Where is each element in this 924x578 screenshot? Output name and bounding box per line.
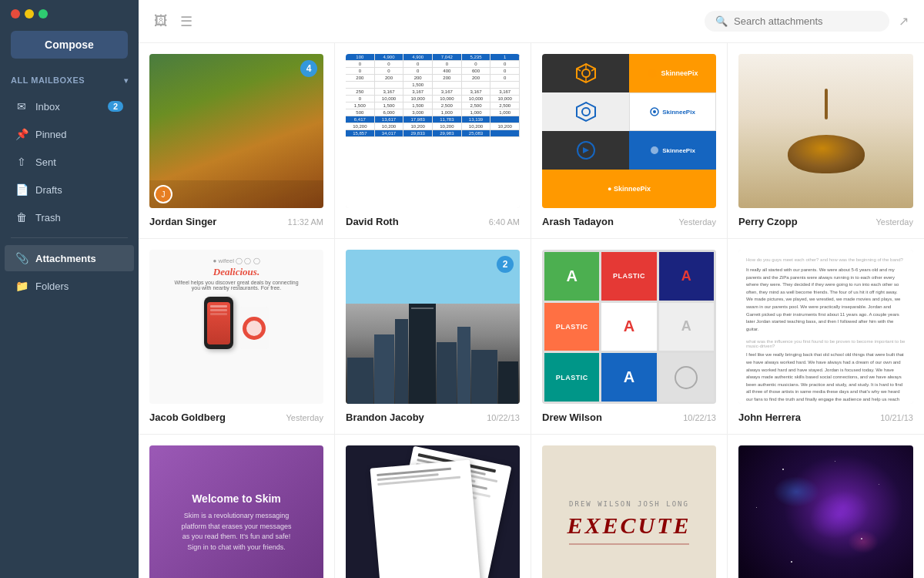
skim-title: Welcome to Skim xyxy=(192,492,281,505)
attachment-cell-drew-wilson[interactable]: A PLASTIC A PLASTIC A A PLASTIC A xyxy=(531,239,728,435)
sidebar-item-label: Attachments xyxy=(35,253,96,264)
attachment-meta: Perry Czopp Yesterday xyxy=(738,216,913,227)
svg-point-0 xyxy=(582,69,590,77)
sent-icon: ⇧ xyxy=(15,156,28,168)
sidebar-item-attachments[interactable]: 📎 Attachments xyxy=(5,245,134,271)
sidebar-item-label: Sent xyxy=(35,156,56,168)
svg-point-5 xyxy=(648,69,657,78)
time-label: Yesterday xyxy=(678,217,716,227)
sidebar-item-pinned[interactable]: 📌 Pinned xyxy=(5,121,134,147)
folder-icon: 📁 xyxy=(15,280,28,292)
chevron-down-icon: ▾ xyxy=(124,76,129,85)
toolbar: 🖼 ☰ 🔍 ↗ xyxy=(139,0,924,43)
inbox-badge: 2 xyxy=(108,101,123,112)
avatar: J xyxy=(154,185,172,203)
thumbnail-textdoc: How do you guys meet each other? and how… xyxy=(738,250,913,404)
close-button[interactable] xyxy=(11,9,20,18)
sidebar-item-label: Pinned xyxy=(35,129,66,140)
sidebar-item-label: Trash xyxy=(35,212,61,223)
badge-count: 2 xyxy=(497,256,514,273)
search-input[interactable] xyxy=(734,15,879,27)
thumbnail-space xyxy=(738,445,913,578)
time-label: 11:32 AM xyxy=(288,217,323,227)
attachment-cell-execute[interactable]: DREW WILSON JOSH LONG EXECUTE xyxy=(531,435,728,578)
attachment-meta: Jordan Singer 11:32 AM xyxy=(149,216,323,227)
time-label: Yesterday xyxy=(875,217,913,227)
skim-body: Skim is a revolutionary messagingplatfor… xyxy=(181,511,291,553)
photo-view-icon[interactable]: 🖼 xyxy=(154,13,168,29)
attachment-cell-david-roth[interactable]: 1004,9004,9007,0425,2351 000000 00040060… xyxy=(335,43,531,239)
time-label: 10/21/13 xyxy=(880,413,913,422)
thumbnail-spreadsheet: 1004,9004,9007,0425,2351 000000 00040060… xyxy=(346,54,520,208)
thumbnail-dealicious: ● wifeel ◯ ◯ ◯ Dealicious. Wifeel helps … xyxy=(149,250,323,404)
expand-icon[interactable]: ↗ xyxy=(899,14,909,29)
sender-name: David Roth xyxy=(346,216,399,227)
inbox-icon: ✉ xyxy=(15,100,28,113)
attachment-cell-perry-czopp[interactable]: Perry Czopp Yesterday xyxy=(728,43,924,239)
all-mailboxes-label: ALL MAILBOXES xyxy=(11,76,85,85)
badge-count: 4 xyxy=(300,60,317,77)
attachment-meta: Arash Tadayon Yesterday xyxy=(542,216,716,227)
sender-name: Perry Czopp xyxy=(738,216,798,227)
sidebar-divider xyxy=(11,237,128,238)
svg-point-9 xyxy=(651,146,658,154)
attachment-cell-jordan-singer[interactable]: J 4 Jordan Singer 11:32 AM xyxy=(139,43,335,239)
attachment-cell-skim[interactable]: Welcome to Skim Skim is a revolutionary … xyxy=(139,435,335,578)
toolbar-right: 🔍 ↗ xyxy=(705,11,909,32)
drafts-icon: 📄 xyxy=(15,183,28,196)
sidebar-item-sent[interactable]: ⇧ Sent xyxy=(5,149,134,175)
time-label: 10/22/13 xyxy=(487,413,520,422)
sender-name: Brandon Jacoby xyxy=(346,412,424,423)
thumbnail-skinneepix: SkinneePix SkinneePix SkinneePix xyxy=(542,54,716,208)
time-label: 6:40 AM xyxy=(489,217,520,227)
thumbnail-execute: DREW WILSON JOSH LONG EXECUTE xyxy=(542,445,716,578)
svg-point-6 xyxy=(582,108,590,116)
trash-icon: 🗑 xyxy=(15,211,28,223)
attachment-cell-arash-tadayon[interactable]: SkinneePix SkinneePix SkinneePix xyxy=(531,43,728,239)
thumbnail-plastic: A PLASTIC A PLASTIC A A PLASTIC A xyxy=(542,250,716,404)
attachment-cell-jacob-goldberg[interactable]: ● wifeel ◯ ◯ ◯ Dealicious. Wifeel helps … xyxy=(139,239,335,435)
pin-icon: 📌 xyxy=(15,128,28,140)
list-view-icon[interactable]: ☰ xyxy=(180,13,192,30)
attachments-grid: J 4 Jordan Singer 11:32 AM 1004,9004,900… xyxy=(139,43,924,578)
thumbnail-bowl xyxy=(738,54,913,208)
sender-name: John Herrera xyxy=(738,412,801,423)
sidebar-item-drafts[interactable]: 📄 Drafts xyxy=(5,176,134,203)
sidebar-item-label: Drafts xyxy=(35,184,62,196)
toolbar-left: 🖼 ☰ xyxy=(154,13,192,30)
sidebar-item-folders[interactable]: 📁 Folders xyxy=(5,273,134,299)
sender-name: Jacob Goldberg xyxy=(149,412,226,423)
maximize-button[interactable] xyxy=(38,9,48,18)
sidebar-item-inbox[interactable]: ✉ Inbox 2 xyxy=(5,93,134,119)
thumbnail-food: J 4 xyxy=(149,54,323,208)
attachment-meta: Jacob Goldberg Yesterday xyxy=(149,412,323,423)
all-mailboxes-toggle[interactable]: ALL MAILBOXES ▾ xyxy=(0,71,139,92)
window-controls xyxy=(0,0,139,25)
attachment-meta: John Herrera 10/21/13 xyxy=(738,412,913,423)
sidebar-item-trash[interactable]: 🗑 Trash xyxy=(5,204,134,230)
attachment-icon: 📎 xyxy=(15,252,28,264)
sender-name: Drew Wilson xyxy=(542,412,602,423)
search-icon: 🔍 xyxy=(715,15,728,27)
sidebar: Compose ALL MAILBOXES ▾ ✉ Inbox 2 📌 Pinn… xyxy=(0,0,139,578)
time-label: Yesterday xyxy=(286,413,323,422)
attachment-cell-brandon-jacoby[interactable]: 2 Brandon Jacoby 10/22/13 xyxy=(335,239,531,435)
sidebar-item-label: Folders xyxy=(35,281,69,292)
time-label: 10/22/13 xyxy=(683,413,716,422)
attachment-meta: David Roth 6:40 AM xyxy=(346,216,520,227)
main-content: 🖼 ☰ 🔍 ↗ J 4 Jordan Singer xyxy=(139,0,924,578)
compose-button[interactable]: Compose xyxy=(11,31,128,59)
sender-name: Arash Tadayon xyxy=(542,216,614,227)
search-bar: 🔍 xyxy=(705,11,889,32)
sidebar-item-label: Inbox xyxy=(35,101,60,113)
attachment-meta: Drew Wilson 10/22/13 xyxy=(542,412,716,423)
thumbnail-docs xyxy=(346,445,520,578)
thumbnail-skim: Welcome to Skim Skim is a revolutionary … xyxy=(149,445,323,578)
attachment-cell-space[interactable] xyxy=(728,435,924,578)
attachment-meta: Brandon Jacoby 10/22/13 xyxy=(346,412,520,423)
attachment-cell-john-herrera[interactable]: How do you guys meet each other? and how… xyxy=(728,239,924,435)
svg-point-8 xyxy=(653,110,656,113)
attachment-cell-docs-stack[interactable] xyxy=(335,435,531,578)
sender-name: Jordan Singer xyxy=(149,216,216,227)
minimize-button[interactable] xyxy=(25,9,34,18)
